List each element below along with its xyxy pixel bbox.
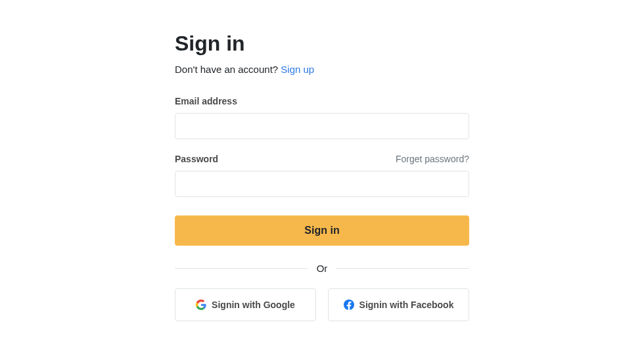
divider-text: Or xyxy=(308,263,337,274)
password-group: Password Forget password? xyxy=(175,154,469,197)
email-label: Email address xyxy=(175,96,237,106)
google-button-label: Signin with Google xyxy=(212,300,295,310)
email-group: Email address xyxy=(175,96,469,139)
facebook-button-label: Signin with Facebook xyxy=(359,300,454,310)
facebook-signin-button[interactable]: Signin with Facebook xyxy=(328,288,469,321)
google-signin-button[interactable]: Signin with Google xyxy=(175,288,316,321)
password-field[interactable] xyxy=(175,171,469,197)
password-label: Password xyxy=(175,154,218,164)
signin-form-container: Sign in Don't have an account? Sign up E… xyxy=(175,32,469,358)
signup-link[interactable]: Sign up xyxy=(281,64,314,75)
facebook-icon xyxy=(344,300,354,310)
forgot-password-link[interactable]: Forget password? xyxy=(396,154,469,164)
divider: Or xyxy=(175,263,469,274)
subtitle-text: Don't have an account? xyxy=(175,64,281,75)
email-field[interactable] xyxy=(175,113,469,139)
page-title: Sign in xyxy=(175,32,469,56)
google-icon xyxy=(196,300,206,310)
divider-line-right xyxy=(336,268,469,269)
signin-button[interactable]: Sign in xyxy=(175,215,469,246)
subtitle-row: Don't have an account? Sign up xyxy=(175,64,469,75)
divider-line-left xyxy=(175,268,308,269)
social-buttons-row: Signin with Google Signin with Facebook xyxy=(175,288,469,321)
